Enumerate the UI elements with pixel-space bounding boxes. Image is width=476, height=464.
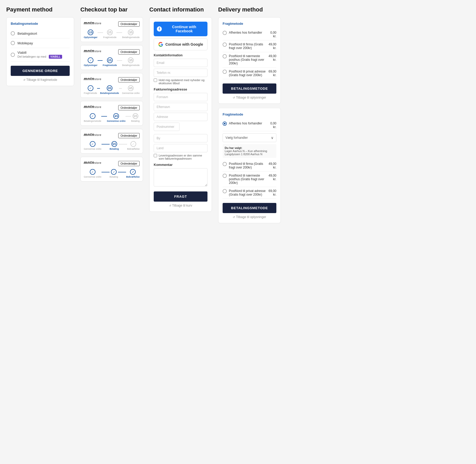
step-circle-1-2: 2/5 — [107, 29, 113, 35]
step-2-2: 2/5 Fragtmetode — [103, 57, 117, 67]
city-input[interactable] — [154, 134, 207, 142]
delivery-option-postnord-posthus[interactable]: PostNord til nærmeste posthus (Gratis fr… — [223, 52, 276, 68]
step-circle-1-3: 3/5 — [128, 29, 134, 35]
step-label-1-3: Betalingsmetode — [122, 36, 140, 39]
delivery-option-afhentes2[interactable]: Afhentes hos forhandler 0,00kr. — [223, 119, 276, 131]
step-line-4-1 — [101, 116, 107, 117]
checkout-section: mntnstore Ordredetaljer 1/5 Oplysninger … — [80, 17, 143, 185]
same-address-checkbox[interactable] — [154, 154, 157, 157]
same-address-row: Leveringsadressen er den samme som faktu… — [154, 154, 207, 160]
newsletter-checkbox[interactable] — [154, 79, 157, 82]
step-6-1: ✓ Gennemse ordre — [84, 169, 102, 178]
postal-city-row — [154, 123, 207, 132]
delivery-label-postnord-privat: PostNord til privat adresse (Gratis frag… — [229, 70, 266, 77]
checkout-logo-6: mntnstore — [84, 160, 102, 165]
step-circle-6-3: ✓ — [130, 169, 136, 175]
delivery-price-postnord-posthus2: 49,00kr. — [269, 174, 276, 181]
checkout-card-6: mntnstore Ordredetaljer ✓ Gennemse ordre… — [80, 157, 143, 182]
step-line-2-1 — [98, 60, 103, 61]
step-circle-4-1: ✓ — [90, 113, 96, 119]
step-circle-5-2: 5/5 — [111, 141, 117, 147]
fragt-button[interactable]: FRAGT — [154, 191, 207, 202]
step-line-3-2 — [119, 88, 122, 89]
payment-option-betalingskort[interactable]: Betalingskort — [11, 29, 70, 38]
checkout-logo-3: mntnstore — [84, 76, 102, 81]
steps-row-2: ✓ Oplysninger 2/5 Fragtmetode 3/5 Betali… — [84, 57, 140, 67]
checkout-logo-1: mntnstore — [84, 21, 102, 25]
order-details-btn-6[interactable]: Ordredetaljer — [118, 161, 140, 166]
step-label-1-2: Fragtmetode — [103, 36, 116, 39]
steps-row-1: 1/5 Oplysninger 2/5 Fragtmetode 3/5 Beta… — [84, 29, 140, 39]
betalingsmetode-button-1[interactable]: BETALINGSMETODE — [223, 83, 276, 94]
contact-subsection: Kontaktinformation Hold mig opdateret me… — [154, 53, 207, 85]
delivery-option-afhentes[interactable]: Afhentes hos forhandler 0,00kr. — [223, 29, 276, 40]
lastname-input[interactable] — [154, 103, 207, 111]
step-circle-3-3: 4/5 — [128, 85, 134, 91]
step-label-2-3: Betalingsmetode — [122, 64, 140, 67]
checkout-card-5: mntnstore Ordredetaljer ✓ Gennemse ordre… — [80, 129, 143, 154]
back-arrow-icon: ↺ — [23, 79, 25, 81]
order-details-btn-2[interactable]: Ordredetaljer — [118, 49, 140, 55]
phone-input[interactable] — [154, 69, 207, 77]
delivery-option-postnord-firma[interactable]: PostNord til firma (Gratis fragt over 20… — [223, 40, 276, 52]
step-circle-4-3: 5/5 — [133, 113, 138, 119]
back-to-oplysninger-link-2[interactable]: ↺ Tilbage til oplysninger — [223, 215, 276, 219]
forhandler-info-text: Lager Aarhus N – Kun afhentningLangdysse… — [225, 149, 267, 156]
step-circle-2-2: 2/5 — [107, 57, 113, 63]
payment-label-mobilepay: Mobilepay — [17, 41, 33, 45]
payment-option-viabill[interactable]: Viabill Del betalingen op med VIABILL — [11, 48, 70, 62]
checkout-logo-4: mntnstore — [84, 104, 102, 109]
step-4-2: 4/5 Gennemse ordre — [107, 113, 126, 122]
back-to-fragtmetode-link[interactable]: ↺ Tilbage til fragtmetode — [11, 78, 70, 82]
payment-option-mobilepay[interactable]: Mobilepay — [11, 38, 70, 48]
delivery-option-postnord-privat[interactable]: PostNord til privat adresse (Gratis frag… — [223, 68, 276, 79]
comment-textarea[interactable] — [154, 168, 207, 186]
order-details-btn-3[interactable]: Ordredetaljer — [118, 77, 140, 82]
forhandler-dropdown[interactable]: Vælg forhandler ∨ — [223, 133, 276, 142]
radio-postnord-posthus — [223, 54, 227, 58]
delivery-label-postnord-firma: PostNord til firma (Gratis fragt over 20… — [229, 43, 266, 50]
step-5-1: ✓ Gennemse ordre — [84, 141, 102, 150]
payment-title: Payment method — [6, 6, 52, 13]
country-input[interactable] — [154, 144, 207, 152]
address-input[interactable] — [154, 113, 207, 121]
delivery-label-afhentes2: Afhentes hos forhandler — [229, 122, 268, 125]
step-5-2: 5/5 Betaling — [110, 141, 119, 150]
radio-postnord-firma2 — [223, 162, 227, 166]
delivery-option-postnord-posthus2[interactable]: PostNord til nærmeste posthus (Gratis fr… — [223, 172, 276, 187]
facebook-button[interactable]: f Continue with Facebook — [154, 22, 207, 36]
step-3-3: 4/5 Gennemse ordre — [122, 85, 140, 94]
google-button[interactable]: Continue with Google — [154, 38, 207, 50]
delivery-option-postnord-privat2[interactable]: PostNord til privat adresse (Gratis frag… — [223, 187, 276, 199]
step-label-6-1: Gennemse ordre — [84, 176, 102, 178]
delivery-option-postnord-firma2[interactable]: PostNord til firma (Gratis fragt over 20… — [223, 160, 276, 172]
contact-title: Contact information — [149, 6, 204, 13]
step-1-3: 3/5 Betalingsmetode — [122, 29, 140, 39]
chevron-down-icon: ∨ — [271, 136, 273, 140]
step-label-5-2: Betaling — [110, 148, 119, 150]
betalingsmetode-button-2[interactable]: BETALINGSMETODE — [223, 203, 276, 213]
step-line-1-2 — [116, 32, 122, 33]
step-label-2-1: Oplysninger — [84, 64, 98, 67]
delivery-label-afhentes: Afhentes hos forhandler — [229, 31, 268, 34]
order-details-btn-5[interactable]: Ordredetaljer — [118, 133, 140, 138]
step-label-4-2: Gennemse ordre — [107, 120, 126, 122]
order-details-btn-4[interactable]: Ordredetaljer — [118, 105, 140, 110]
delivery-section-1: Fragtmetode Afhentes hos forhandler 0,00… — [218, 17, 281, 104]
back-to-oplysninger-link-1[interactable]: ↺ Tilbage til oplysninger — [223, 96, 276, 99]
gennemse-ordre-button[interactable]: GENNEMSE ORDRE — [11, 66, 70, 76]
email-input[interactable] — [154, 59, 207, 67]
radio-afhentes — [223, 31, 227, 35]
radio-postnord-privat2 — [223, 189, 227, 193]
radio-viabill — [11, 53, 15, 57]
firstname-input[interactable] — [154, 93, 207, 101]
step-4-3: 5/5 Betaling — [131, 113, 140, 122]
postal-input[interactable] — [154, 123, 180, 131]
radio-betalingskort — [11, 31, 15, 35]
payment-section-heading: Betalingsmetode — [11, 22, 70, 26]
order-details-btn-1[interactable]: Ordredetaljer — [118, 21, 140, 27]
back-arrow-icon-delivery2: ↺ — [233, 216, 235, 219]
viabill-badge: VIABILL — [49, 55, 62, 59]
back-to-kurv-link[interactable]: ↺ Tilbage til kurv — [154, 204, 207, 207]
step-line-6-2 — [118, 172, 126, 172]
